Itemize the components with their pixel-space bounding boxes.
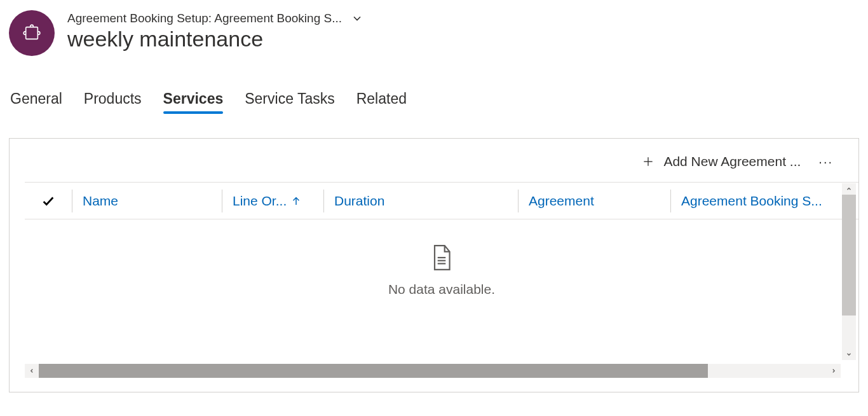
column-duration[interactable]: Duration: [323, 190, 518, 212]
empty-state: No data available.: [25, 219, 858, 297]
vertical-scroll-thumb[interactable]: [842, 195, 856, 315]
more-commands-button[interactable]: ···: [812, 155, 839, 169]
tab-products[interactable]: Products: [84, 90, 142, 113]
grid-inner: Name Line Or... Duration Agreement Agree…: [25, 182, 858, 297]
entity-avatar: [9, 10, 55, 56]
add-button-label: Add New Agreement ...: [663, 154, 801, 169]
scroll-left-arrow[interactable]: [25, 364, 39, 378]
check-icon: [41, 194, 55, 208]
tab-service-tasks[interactable]: Service Tasks: [245, 90, 334, 113]
column-name-label: Name: [83, 193, 118, 209]
chevron-left-icon: [29, 368, 35, 374]
chevron-right-icon: [831, 368, 837, 374]
column-name[interactable]: Name: [72, 190, 222, 212]
grid-header-row: Name Line Or... Duration Agreement Agree…: [25, 183, 858, 219]
tab-services[interactable]: Services: [163, 90, 224, 113]
services-grid: Add New Agreement ... ··· Name Line Or..…: [9, 138, 859, 392]
plus-icon: [642, 155, 654, 168]
empty-message: No data available.: [25, 282, 858, 297]
breadcrumb[interactable]: Agreement Booking Setup: Agreement Booki…: [67, 11, 342, 25]
column-line-order[interactable]: Line Or...: [222, 190, 323, 212]
record-header: Agreement Booking Setup: Agreement Booki…: [9, 8, 859, 56]
chevron-down-icon: [846, 351, 852, 357]
tab-related[interactable]: Related: [356, 90, 407, 113]
scroll-right-arrow[interactable]: [827, 364, 841, 378]
add-new-agreement-button[interactable]: Add New Agreement ...: [642, 154, 801, 169]
column-agreement[interactable]: Agreement: [518, 190, 670, 212]
select-all-checkbox[interactable]: [25, 194, 72, 208]
scroll-up-arrow[interactable]: [842, 183, 856, 195]
chevron-down-icon[interactable]: [351, 12, 363, 25]
vertical-scrollbar[interactable]: [842, 183, 856, 360]
column-agreement-label: Agreement: [529, 193, 594, 209]
header-text-block: Agreement Booking Setup: Agreement Booki…: [67, 10, 363, 52]
puzzle-icon: [23, 24, 41, 42]
column-agreement-booking-setup[interactable]: Agreement Booking S...: [670, 190, 836, 212]
column-line-label: Line Or...: [233, 193, 287, 209]
column-abs-label: Agreement Booking S...: [681, 193, 822, 209]
page-title: weekly maintenance: [67, 27, 363, 52]
tab-general[interactable]: General: [10, 90, 62, 113]
tab-bar: General Products Services Service Tasks …: [9, 90, 859, 113]
horizontal-scrollbar[interactable]: [25, 364, 841, 378]
svg-rect-0: [26, 27, 38, 39]
grid-toolbar: Add New Agreement ... ···: [25, 148, 858, 176]
document-icon: [430, 244, 454, 272]
column-duration-label: Duration: [334, 193, 384, 209]
horizontal-scroll-thumb[interactable]: [39, 364, 708, 378]
sort-asc-icon: [290, 195, 302, 207]
scroll-down-arrow[interactable]: [842, 349, 856, 360]
chevron-up-icon: [846, 186, 852, 192]
